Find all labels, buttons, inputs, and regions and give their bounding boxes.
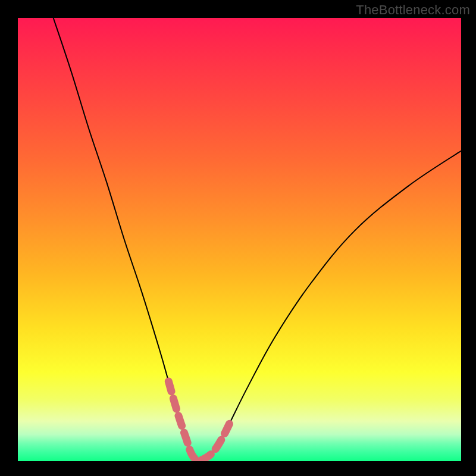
watermark-text: TheBottleneck.com xyxy=(356,2,470,18)
outer-frame: TheBottleneck.com xyxy=(0,0,476,476)
bottleneck-curve xyxy=(54,18,461,460)
sweet-spot-highlight xyxy=(168,381,230,460)
chart-svg xyxy=(18,18,461,461)
plot-area xyxy=(18,18,461,461)
